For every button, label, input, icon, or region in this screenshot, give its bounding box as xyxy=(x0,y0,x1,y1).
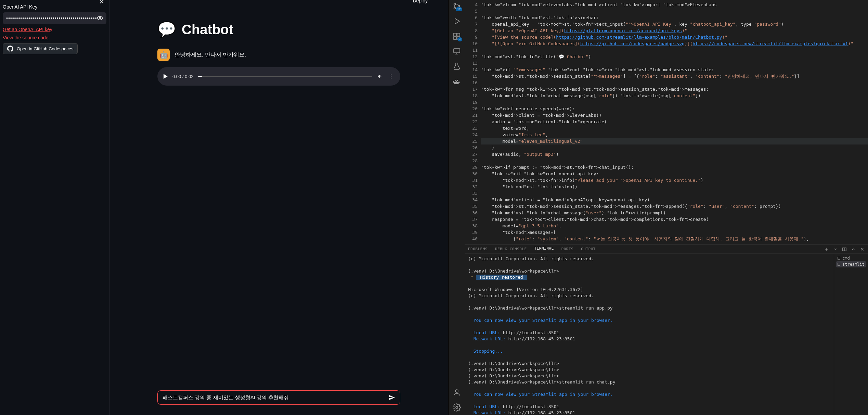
svg-rect-4 xyxy=(454,33,456,36)
svg-point-10 xyxy=(456,406,458,408)
code-content[interactable]: "tok-kw">from "tok-mod">elevenlabs."tok-… xyxy=(481,0,868,244)
run-debug-icon[interactable] xyxy=(453,17,461,25)
remote-icon[interactable] xyxy=(453,47,461,55)
view-source-link[interactable]: View the source code xyxy=(3,35,106,40)
volume-icon[interactable] xyxy=(377,73,383,79)
deploy-button[interactable]: Deploy xyxy=(413,0,428,3)
audio-more-icon[interactable]: ⋮ xyxy=(388,73,394,80)
terminal-output[interactable]: (c) Microsoft Corporation. All rights re… xyxy=(465,254,834,415)
svg-point-1 xyxy=(454,3,455,5)
testing-icon[interactable] xyxy=(453,62,461,71)
terminal-body: (c) Microsoft Corporation. All rights re… xyxy=(465,254,868,415)
terminal-item-cmd[interactable]: cmd xyxy=(836,255,866,261)
source-control-badge: 12 xyxy=(456,7,462,11)
chat-column: 💬 Chatbot 🤖 안녕하세요, 만나서 반가워요. 0:00 / 0:02… xyxy=(157,21,400,86)
new-terminal-icon[interactable] xyxy=(824,247,829,252)
open-codespaces-button[interactable]: Open in GitHub Codespaces xyxy=(3,43,78,54)
github-icon xyxy=(7,46,13,52)
audio-time: 0:00 / 0:02 xyxy=(172,74,193,79)
reveal-password-icon[interactable] xyxy=(97,15,103,21)
line-gutter: 4567891011121314151617181920212223242526… xyxy=(465,0,481,244)
terminal-dropdown-icon[interactable] xyxy=(833,247,838,252)
extensions-icon[interactable]: 4 xyxy=(453,32,461,40)
panel-tab-debug-console[interactable]: DEBUG CONSOLE xyxy=(495,247,527,251)
audio-player[interactable]: 0:00 / 0:02 ⋮ xyxy=(157,67,400,86)
api-key-label: OpenAI API Key xyxy=(3,4,106,10)
vscode: 12 4 4567891011121314151617181 xyxy=(448,0,868,415)
source-control-icon[interactable]: 12 xyxy=(453,2,461,10)
assistant-message: 🤖 안녕하세요, 만나서 반가워요. xyxy=(157,49,400,61)
panel-tab-output[interactable]: OUTPUT xyxy=(581,247,596,251)
codespaces-button-label: Open in GitHub Codespaces xyxy=(17,46,73,51)
svg-rect-6 xyxy=(454,37,456,39)
close-panel-icon[interactable] xyxy=(860,247,865,252)
code-editor[interactable]: 4567891011121314151617181920212223242526… xyxy=(465,0,868,244)
panel-tabs: PROBLEMSDEBUG CONSOLETERMINALPORTSOUTPUT xyxy=(465,245,868,254)
panel-tab-terminal[interactable]: TERMINAL xyxy=(534,246,554,252)
svg-point-3 xyxy=(458,5,459,7)
streamlit-main: Deploy 💬 Chatbot 🤖 안녕하세요, 만나서 반가워요. 0:00… xyxy=(109,0,448,415)
assistant-message-text: 안녕하세요, 만나서 반가워요. xyxy=(174,51,246,59)
get-api-key-link[interactable]: Get an OpenAI API key xyxy=(3,27,106,32)
svg-point-0 xyxy=(99,17,101,19)
page-title-row: 💬 Chatbot xyxy=(157,21,400,38)
play-icon[interactable] xyxy=(164,74,168,79)
chat-input[interactable] xyxy=(163,395,388,401)
docker-icon[interactable] xyxy=(453,77,461,86)
sidebar-close-icon[interactable]: ✕ xyxy=(99,0,104,5)
bottom-panel: PROBLEMSDEBUG CONSOLETERMINALPORTSOUTPUT… xyxy=(465,244,868,415)
activity-bar: 12 4 xyxy=(448,0,465,415)
editor-area: 4567891011121314151617181920212223242526… xyxy=(465,0,868,415)
maximize-panel-icon[interactable] xyxy=(851,247,856,252)
svg-rect-8 xyxy=(454,49,460,53)
api-key-input[interactable] xyxy=(6,15,97,21)
terminal-item-streamlit[interactable]: streamlit xyxy=(836,261,866,267)
streamlit-sidebar: OpenAI API Key Get an OpenAI API key Vie… xyxy=(0,0,109,415)
split-terminal-icon[interactable] xyxy=(842,247,847,252)
audio-seek-slider[interactable] xyxy=(198,76,372,77)
terminal-list: cmdstreamlit xyxy=(834,254,868,415)
api-key-input-wrap xyxy=(3,12,106,24)
panel-tab-problems[interactable]: PROBLEMS xyxy=(468,247,488,251)
streamlit-app: ✕ OpenAI API Key Get an OpenAI API key V… xyxy=(0,0,448,415)
accounts-icon[interactable] xyxy=(453,388,461,397)
svg-point-2 xyxy=(454,8,455,9)
svg-point-9 xyxy=(455,390,458,392)
assistant-avatar-icon: 🤖 xyxy=(157,49,170,61)
svg-rect-5 xyxy=(457,33,460,36)
send-icon[interactable] xyxy=(388,394,395,401)
chat-bubble-icon: 💬 xyxy=(157,21,176,38)
chat-input-wrap xyxy=(157,390,400,405)
extensions-badge: 4 xyxy=(457,37,462,41)
page-title: Chatbot xyxy=(182,22,233,37)
panel-tab-ports[interactable]: PORTS xyxy=(561,247,574,251)
settings-gear-icon[interactable] xyxy=(453,403,461,412)
